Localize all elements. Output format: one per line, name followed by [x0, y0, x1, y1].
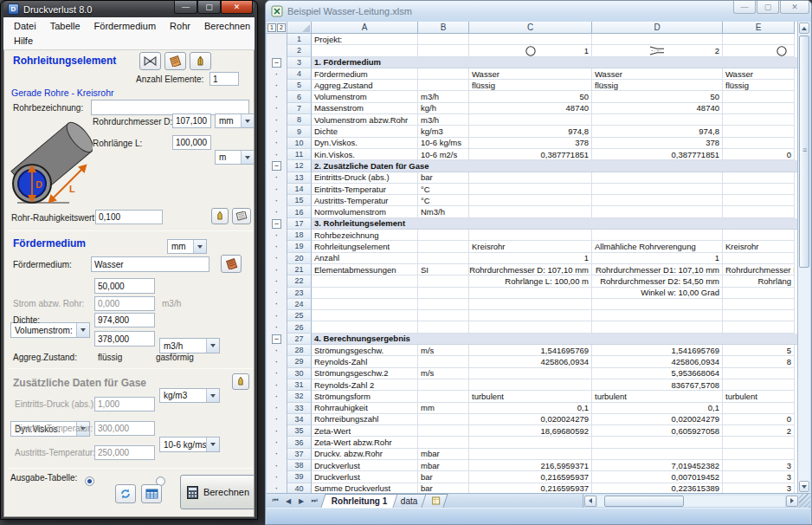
cell-A3[interactable]: 1. Fördermedium [312, 57, 601, 68]
cell-C2[interactable]: 1 [469, 45, 592, 56]
app-titlebar[interactable]: D Druckverlust 8.0 — ▢ ✕ [3, 1, 255, 17]
outline-collapse-button[interactable]: − [272, 334, 281, 344]
cell-A18[interactable]: Rohrbezeichnung [312, 230, 418, 241]
cell-D7[interactable]: 48740 [592, 103, 723, 114]
cell-C35[interactable]: 18,69680592 [469, 425, 592, 437]
cell-E10[interactable] [723, 138, 795, 149]
cell-A28[interactable]: Strömungsgeschw. [312, 345, 418, 356]
scroll-down-button[interactable] [799, 481, 809, 492]
row-header-16[interactable]: 16 [287, 206, 312, 217]
cell-C28[interactable]: 1,541695769 [469, 345, 592, 356]
cell-A4[interactable]: Fördermedium [312, 68, 418, 80]
row-header-12[interactable]: 12 [287, 160, 312, 172]
prev-sheet-button[interactable]: ◀ [282, 496, 294, 507]
cell-C9[interactable]: 974,8 [469, 126, 592, 137]
row-header-25[interactable]: 25 [287, 310, 312, 321]
rohrdurchmesser-input[interactable] [172, 113, 211, 128]
column-header-B[interactable]: B [418, 22, 469, 34]
cell-D15[interactable] [592, 195, 723, 206]
cell-C20[interactable]: 1 [469, 253, 592, 264]
cell-C19[interactable]: Kreisrohr [469, 241, 592, 252]
cell-E30[interactable] [723, 368, 795, 379]
cell-D32[interactable]: turbulent [592, 391, 723, 402]
cell-D28[interactable]: 1,541695769 [592, 345, 723, 356]
cell-E17[interactable] [731, 218, 803, 230]
row-header-35[interactable]: 35 [287, 425, 312, 437]
cell-A33[interactable]: Rohrrauhigkeit [312, 403, 418, 414]
berechnen-button[interactable]: Berechnen [180, 475, 255, 509]
cell-D10[interactable]: 378 [592, 138, 723, 149]
laenge-unit-select[interactable]: m [215, 150, 255, 165]
cell-B19[interactable] [418, 241, 469, 252]
cell-E25[interactable] [723, 310, 795, 321]
outline-level-2-button[interactable]: 2 [277, 23, 286, 32]
rauhigkeit-edit-button[interactable] [211, 208, 229, 224]
row-header-6[interactable]: 6 [287, 91, 312, 102]
cell-A6[interactable]: Volumenstrom [312, 91, 418, 102]
cell-B5[interactable] [418, 80, 469, 91]
row-header-30[interactable]: 30 [287, 368, 312, 379]
cell-E9[interactable] [723, 126, 795, 137]
row-header-20[interactable]: 20 [287, 253, 312, 264]
cell-C39[interactable]: 0,216595937 [469, 471, 592, 483]
row-header-38[interactable]: 38 [287, 460, 312, 471]
edit-element-button[interactable] [190, 52, 211, 70]
cell-B2[interactable] [418, 45, 469, 56]
cell-B35[interactable] [418, 425, 469, 437]
cell-B11[interactable]: 10-6 m2/s [418, 149, 469, 160]
row-header-28[interactable]: 28 [287, 345, 312, 356]
cell-B4[interactable] [418, 68, 469, 80]
cell-D22[interactable]: Rohrdurchmesser D2: 54,50 mm [592, 275, 723, 287]
cell-E20[interactable] [723, 253, 795, 264]
vertical-scroll-thumb[interactable] [799, 36, 809, 268]
cell-D29[interactable]: 425806,0934 [592, 356, 723, 367]
cell-B15[interactable]: °C [418, 195, 469, 206]
cell-A20[interactable]: Anzahl [312, 253, 418, 264]
select-all-corner[interactable] [287, 22, 312, 34]
cell-E5[interactable]: flüssig [723, 80, 795, 91]
cell-D33[interactable]: 0,1 [592, 403, 723, 414]
cell-B34[interactable] [418, 414, 469, 425]
cell-D13[interactable] [592, 172, 723, 184]
cell-B28[interactable]: m/s [418, 345, 469, 356]
cell-E34[interactable]: 0 [723, 414, 795, 425]
viskositaet-unit-select[interactable]: 10-6 kg/ms [159, 437, 220, 452]
row-header-26[interactable]: 26 [287, 321, 312, 333]
cell-C30[interactable] [469, 368, 592, 379]
row-header-27[interactable]: 27 [287, 334, 312, 345]
row-header-11[interactable]: 11 [287, 149, 312, 160]
open-table-button[interactable] [141, 484, 162, 503]
cell-A2[interactable] [312, 45, 418, 56]
cell-C8[interactable] [469, 114, 592, 126]
fluessig-radio[interactable] [85, 476, 94, 486]
cell-A25[interactable] [312, 310, 418, 321]
anzahl-elemente-input[interactable] [209, 72, 239, 86]
cell-A26[interactable] [312, 321, 418, 333]
cell-A19[interactable]: Rohrleitungselement [312, 241, 418, 252]
cell-D14[interactable] [592, 184, 723, 195]
last-sheet-button[interactable]: ⏭ [308, 496, 320, 507]
fluessig-radio-label[interactable]: flüssig [98, 353, 122, 362]
cell-B18[interactable] [418, 230, 469, 241]
row-header-39[interactable]: 39 [287, 471, 312, 483]
cell-A8[interactable]: Volumenstrom abzw.Rohr [312, 114, 418, 126]
cell-E23[interactable] [723, 288, 795, 299]
cell-E12[interactable] [731, 160, 803, 172]
cell-B30[interactable]: m/s [418, 368, 469, 379]
cell-B33[interactable]: mm [418, 403, 469, 414]
cell-E1[interactable] [723, 34, 795, 45]
minimize-button[interactable]: — [174, 1, 197, 14]
scroll-right-button[interactable] [786, 496, 798, 507]
valve-element-button[interactable] [139, 52, 161, 70]
cell-E19[interactable]: Kreisrohr [723, 241, 795, 252]
cell-C13[interactable] [469, 172, 592, 184]
sheet-tab-rohrleitung-1[interactable]: Rohrleitung 1 [320, 494, 398, 508]
cell-B10[interactable]: 10-6 kg/ms [418, 138, 469, 149]
cell-A27[interactable]: 4. Berechnungsergebnis [312, 334, 601, 345]
cell-A31[interactable]: Reynolds-Zahl 2 [312, 379, 418, 391]
cell-A1[interactable]: Projekt: [312, 34, 418, 45]
volumenstrom-input[interactable] [94, 278, 155, 294]
cell-D38[interactable]: 7,019452382 [592, 460, 723, 471]
minimize-button[interactable]: — [733, 1, 756, 14]
row-header-2[interactable]: 2 [287, 45, 312, 56]
